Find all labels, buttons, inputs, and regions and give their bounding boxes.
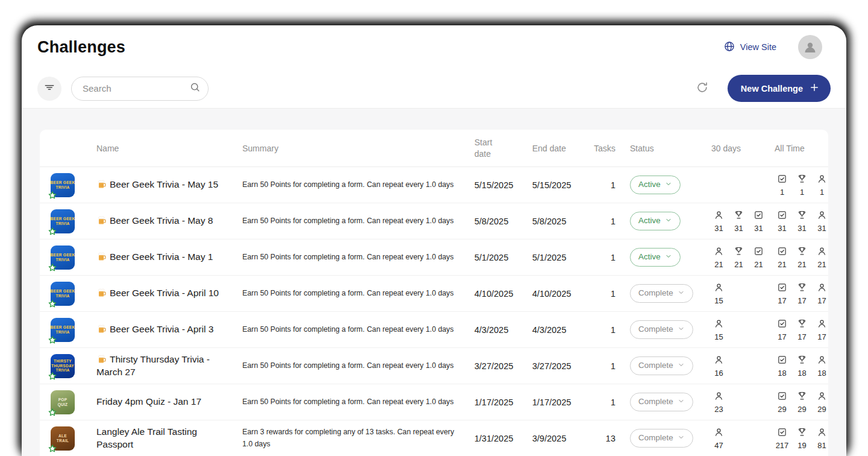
check-icon [777,174,787,186]
star-badge-icon [48,408,57,417]
star-badge-icon [48,372,57,381]
challenge-summary: Earn 50 Points for completing a form. Ca… [242,215,474,227]
person-icon [714,282,724,295]
end-date: 4/10/2025 [532,289,590,299]
status-label: Active [638,180,661,189]
challenge-thumbnail: THIRSTYTHURSDAYTRIVIA [51,354,75,378]
beer-icon [96,251,110,264]
page-header: Challenges View Site [22,25,846,69]
chevron-down-icon [678,434,685,443]
status-dropdown[interactable]: Complete [630,356,693,376]
status-label: Complete [638,434,673,443]
stat-person: 21 [711,246,726,269]
challenge-thumbnail: ALETRAIL [51,426,75,451]
stat-trophy: 1 [794,174,810,197]
stat-trophy: 19 [794,427,810,450]
stat-value: 29 [778,405,786,414]
check-icon [777,391,787,404]
stat-check: 31 [751,210,766,233]
stat-person: 17 [814,282,829,305]
table-row[interactable]: BEER GEEKTRIVIABeer Geek Trivia - May 1E… [40,239,828,276]
table-row[interactable]: BEER GEEKTRIVIABeer Geek Trivia - April … [40,276,828,312]
stat-value: 17 [778,332,786,341]
trophy-icon [797,318,807,331]
person-icon [714,318,724,331]
col-end-date: End date [532,144,590,153]
filter-button[interactable] [37,77,61,101]
stat-value: 31 [778,224,786,233]
status-dropdown[interactable]: Active [630,248,681,267]
table-row[interactable]: BEER GEEKTRIVIABeer Geek Trivia - May 8E… [40,203,828,239]
view-site-link[interactable]: View Site [720,40,780,55]
challenge-summary: Earn 50 Points for completing a form. Ca… [242,252,474,264]
stat-check: 29 [775,391,790,414]
status-dropdown[interactable]: Complete [630,284,693,303]
new-challenge-button[interactable]: New Challenge [728,75,831,102]
thumb-cell: BEER GEEKTRIVIA [51,282,96,306]
col-name: Name [96,144,242,153]
stats-30-days: 47 [711,427,775,450]
status-cell: Active [630,212,711,231]
person-icon [714,210,724,223]
status-dropdown[interactable]: Complete [630,429,693,448]
check-icon [777,246,787,259]
stat-person: 47 [711,427,726,450]
star-badge-icon [48,444,57,454]
table-row[interactable]: PopQuizFriday 4pm Quiz - Jan 17Earn 50 P… [40,384,828,420]
toolbar-right: New Challenge [690,75,831,102]
person-icon [817,282,827,295]
status-cell: Complete [630,393,711,412]
stats-all-time: 292929 [775,391,829,414]
person-icon [714,355,724,367]
challenge-thumbnail: PopQuiz [51,390,75,414]
challenge-thumbnail: BEER GEEKTRIVIA [51,318,75,342]
status-dropdown[interactable]: Complete [630,393,693,412]
stat-value: 15 [714,296,723,305]
challenge-thumbnail: BEER GEEKTRIVIA [51,282,75,306]
stat-check: 1 [775,174,790,197]
stat-value: 29 [797,405,806,414]
table-row[interactable]: THIRSTYTHURSDAYTRIVIAThirsty Thursday Tr… [40,348,828,384]
status-dropdown[interactable]: Active [630,212,681,231]
star-badge-icon [48,191,57,200]
check-icon [777,318,787,331]
stat-person: 21 [814,246,829,269]
search-box[interactable] [71,77,209,101]
challenge-name: Beer Geek Trivia - May 1 [96,251,242,264]
stat-value: 19 [797,441,806,450]
status-dropdown[interactable]: Complete [630,320,693,340]
table-row[interactable]: BEER GEEKTRIVIABeer Geek Trivia - May 15… [40,167,828,203]
stat-check: 217 [775,427,790,450]
stat-person: 31 [711,210,726,233]
page-title: Challenges [37,38,125,57]
end-date: 5/15/2025 [532,180,590,190]
search-input[interactable] [81,83,184,94]
stat-person: 31 [814,210,829,233]
challenges-table: Name Summary Start date End date Tasks S… [40,130,828,456]
start-date: 1/31/2025 [474,434,532,443]
thumb-cell: THIRSTYTHURSDAYTRIVIA [51,354,96,378]
beer-icon [96,179,110,191]
stats-all-time: 212121 [775,246,829,269]
chevron-down-icon [678,325,685,335]
stat-value: 47 [714,441,723,450]
plus-icon [809,82,820,95]
start-date: 5/1/2025 [474,253,532,262]
person-icon [817,391,827,404]
tasks-count: 1 [590,325,630,335]
stat-check: 21 [751,246,766,269]
star-badge-icon [48,335,57,345]
user-avatar[interactable] [798,35,822,59]
table-header-row: Name Summary Start date End date Tasks S… [40,130,828,167]
table-row[interactable]: BEER GEEKTRIVIABeer Geek Trivia - April … [40,312,828,348]
person-icon [817,174,827,186]
stat-person: 1 [814,174,829,197]
challenge-name: Beer Geek Trivia - April 3 [96,323,242,336]
check-icon [753,246,764,259]
status-dropdown[interactable]: Active [630,176,681,195]
refresh-button[interactable] [690,77,714,101]
table-row[interactable]: ALETRAILLangley Ale Trail Tasting Passpo… [40,420,828,456]
status-cell: Complete [630,356,711,376]
challenge-summary: Earn 50 Points for completing a form. Ca… [242,360,474,372]
stat-person: 16 [711,355,726,378]
